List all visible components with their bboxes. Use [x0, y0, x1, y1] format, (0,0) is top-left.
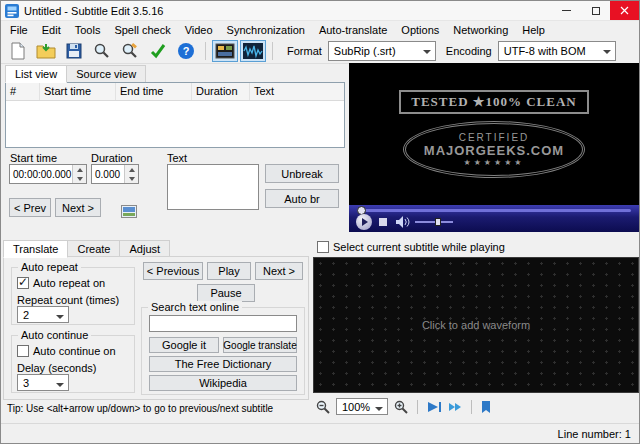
- waveform-zoom-combobox[interactable]: 100%: [336, 398, 388, 415]
- spin-down-icon[interactable]: [125, 174, 138, 183]
- google-translate-button[interactable]: Google translate: [223, 337, 297, 353]
- auto-br-button[interactable]: Auto br: [265, 189, 339, 208]
- auto-repeat-checkbox[interactable]: [17, 277, 29, 289]
- toggle-video-button[interactable]: [212, 40, 238, 62]
- watermark-tested: TESTED ★100% CLEAN: [399, 90, 588, 114]
- menu-tools[interactable]: Tools: [68, 22, 108, 38]
- misc-tool-icon[interactable]: [121, 205, 137, 218]
- maximize-button[interactable]: [581, 1, 610, 20]
- toolbar-separator: [417, 400, 418, 414]
- spin-up-icon[interactable]: [73, 165, 86, 174]
- delay-combobox[interactable]: 3: [17, 374, 69, 391]
- free-dictionary-button[interactable]: The Free Dictionary: [149, 356, 297, 372]
- chevron-down-icon: [375, 407, 383, 411]
- subtitle-list-body[interactable]: [6, 101, 344, 147]
- status-bar: Line number: 1: [1, 423, 639, 443]
- repeat-count-combobox[interactable]: 2: [17, 306, 69, 323]
- encoding-label: Encoding: [446, 45, 492, 57]
- subtitle-list[interactable]: # Start time End time Duration Text: [5, 82, 345, 148]
- menu-video[interactable]: Video: [178, 22, 220, 38]
- seek-bar[interactable]: [357, 209, 631, 212]
- start-time-field[interactable]: 00:00:00.000: [9, 164, 87, 184]
- toggle-waveform-button[interactable]: [240, 40, 266, 62]
- menu-spell-check[interactable]: Spell check: [107, 22, 177, 38]
- auto-continue-checkbox[interactable]: [17, 345, 29, 357]
- volume-thumb[interactable]: [435, 218, 441, 226]
- tab-translate[interactable]: Translate: [3, 240, 68, 258]
- tab-list-view[interactable]: List view: [5, 65, 67, 83]
- tab-source-view[interactable]: Source view: [66, 65, 146, 83]
- google-it-button[interactable]: Google it: [149, 337, 219, 353]
- window-title: Untitled - Subtitle Edit 3.5.16: [24, 5, 552, 17]
- waveform-toolbar: 100%: [315, 398, 492, 415]
- toolbar-separator: [205, 42, 206, 60]
- encoding-combobox[interactable]: UTF-8 with BOM: [498, 41, 616, 61]
- column-start-time[interactable]: Start time: [40, 83, 116, 100]
- pause-button[interactable]: Pause: [197, 284, 255, 302]
- stop-button[interactable]: [379, 218, 387, 226]
- start-time-value[interactable]: 00:00:00.000: [10, 165, 72, 183]
- find-button[interactable]: [89, 40, 115, 62]
- minimize-button[interactable]: [552, 1, 581, 20]
- menu-bar: File Edit Tools Spell check Video Synchr…: [1, 21, 639, 39]
- format-label: Format: [287, 45, 322, 57]
- menu-options[interactable]: Options: [394, 22, 446, 38]
- menu-help[interactable]: Help: [515, 22, 552, 38]
- duration-value[interactable]: 0.000: [92, 165, 124, 183]
- spell-check-button[interactable]: [145, 40, 171, 62]
- search-text-input[interactable]: [149, 315, 297, 332]
- chevron-down-icon: [603, 50, 611, 54]
- zoom-in-icon[interactable]: [393, 399, 409, 415]
- minimize-icon: [562, 10, 571, 11]
- svg-text:?: ?: [183, 45, 190, 57]
- delay-value: 3: [23, 377, 29, 389]
- prev-subtitle-button[interactable]: < Prev: [9, 198, 51, 217]
- subtitle-text-input[interactable]: [167, 164, 259, 210]
- select-subtitle-checkbox[interactable]: [317, 241, 329, 253]
- spin-down-icon[interactable]: [73, 174, 86, 183]
- duration-field[interactable]: 0.000: [91, 164, 139, 184]
- spell-check-icon: [149, 42, 167, 60]
- toolbar-separator: [471, 400, 472, 414]
- chevron-down-icon: [56, 315, 64, 319]
- help-button[interactable]: ?: [173, 40, 199, 62]
- column-text[interactable]: Text: [250, 83, 344, 100]
- column-duration[interactable]: Duration: [192, 83, 250, 100]
- menu-file[interactable]: File: [3, 22, 35, 38]
- column-number[interactable]: #: [6, 83, 40, 100]
- volume-slider[interactable]: [415, 221, 453, 223]
- waveform-area[interactable]: Click to add waveform: [313, 257, 639, 393]
- menu-networking[interactable]: Networking: [446, 22, 515, 38]
- open-file-icon: [36, 42, 56, 60]
- format-combobox[interactable]: SubRip (.srt): [328, 41, 436, 61]
- replace-button[interactable]: [117, 40, 143, 62]
- open-file-button[interactable]: [33, 40, 59, 62]
- next-subtitle-button[interactable]: Next >: [55, 198, 101, 217]
- video-display[interactable]: TESTED ★100% CLEAN CERTIFIED MAJORGEEKS.…: [349, 63, 639, 205]
- column-end-time[interactable]: End time: [116, 83, 192, 100]
- menu-auto-translate[interactable]: Auto-translate: [312, 22, 394, 38]
- title-bar: Untitled - Subtitle Edit 3.5.16: [1, 1, 639, 21]
- bookmark-icon[interactable]: [480, 400, 492, 414]
- play-button[interactable]: [356, 214, 372, 230]
- watermark-certified: CERTIFIED: [424, 132, 564, 143]
- save-button[interactable]: [61, 40, 87, 62]
- play-cursor-icon[interactable]: [426, 400, 442, 414]
- menu-synchronization[interactable]: Synchronization: [220, 22, 312, 38]
- spin-up-icon[interactable]: [125, 165, 138, 174]
- menu-edit[interactable]: Edit: [35, 22, 68, 38]
- unbreak-button[interactable]: Unbreak: [265, 164, 339, 183]
- volume-icon[interactable]: [395, 216, 410, 228]
- wikipedia-button[interactable]: Wikipedia: [149, 375, 297, 391]
- auto-continue-group-label: Auto continue: [18, 329, 91, 341]
- seek-forward-icon[interactable]: [447, 400, 463, 414]
- previous-button[interactable]: < Previous: [143, 262, 203, 280]
- zoom-out-icon[interactable]: [315, 399, 331, 415]
- duration-spinner: [124, 165, 138, 183]
- close-button[interactable]: [610, 1, 639, 20]
- new-file-button[interactable]: [5, 40, 31, 62]
- play-button-panel[interactable]: Play: [207, 262, 251, 280]
- watermark-stars: ★★★★★★: [424, 158, 564, 167]
- repeat-count-label: Repeat count (times): [17, 294, 119, 306]
- next-button-panel[interactable]: Next >: [255, 262, 303, 280]
